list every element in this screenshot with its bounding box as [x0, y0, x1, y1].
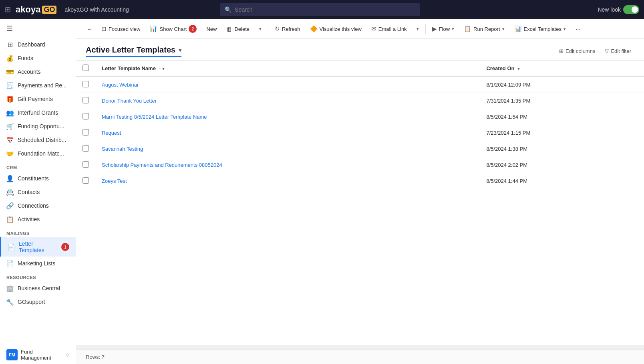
interfund-grants-icon: 👥 — [6, 109, 14, 116]
row-checkbox-0[interactable] — [83, 81, 89, 87]
new-look-switch[interactable] — [623, 5, 639, 14]
row-name-cell-0: August Webinar — [95, 77, 480, 93]
letter-templates-badge: 1 — [61, 243, 69, 251]
new-label: New — [206, 26, 217, 32]
resources-section-label: Resources — [0, 270, 76, 281]
show-chart-badge: 2 — [189, 25, 197, 33]
search-bar[interactable]: 🔍 — [220, 3, 420, 16]
row-checkbox-2[interactable] — [83, 113, 89, 119]
row-checkbox-4[interactable] — [83, 145, 89, 152]
table-row: August Webinar 8/1/2024 12:09 PM — [76, 77, 644, 93]
sidebar-item-payments[interactable]: 🧾 Payments and Re... — [0, 79, 76, 92]
sidebar-item-constituents[interactable]: 👤 Constituents — [0, 172, 76, 185]
new-button[interactable]: New — [202, 24, 221, 34]
sidebar-item-letter-templates[interactable]: 📄 Letter Templates 1 — [0, 237, 76, 257]
view-title: Active Letter Templates ▾ — [86, 45, 181, 57]
edit-columns-button[interactable]: ⊞ Edit columns — [556, 47, 598, 56]
select-all-checkbox[interactable] — [83, 65, 89, 71]
sidebar-item-scheduled-distrib[interactable]: 📅 Scheduled Distrib... — [0, 133, 76, 147]
sidebar-item-dashboard[interactable]: ⊞ Dashboard — [0, 38, 76, 51]
flow-icon: ▶ — [432, 25, 437, 32]
column-created-on-label: Created On — [486, 65, 514, 71]
grid-icon[interactable]: ⊞ — [5, 5, 11, 14]
email-link-chevron-icon: ▾ — [417, 26, 419, 32]
row-checkbox-6[interactable] — [83, 177, 89, 184]
row-name-link-4[interactable]: Savannah Testing — [102, 146, 143, 152]
sidebar-item-connections[interactable]: 🔗 Connections — [0, 199, 76, 212]
row-created-on-cell-1: 7/31/2024 1:35 PM — [480, 93, 644, 109]
refresh-button[interactable]: ↻ Refresh — [271, 23, 304, 35]
fund-management-label: Fund Management — [21, 349, 62, 361]
show-chart-label: Show Chart — [159, 26, 187, 32]
marketing-lists-icon: 📄 — [6, 260, 14, 267]
visualize-button[interactable]: 🔶 Visualize this view — [306, 23, 366, 35]
sidebar-item-label: Payments and Re... — [18, 82, 67, 89]
sidebar-item-marketing-lists[interactable]: 📄 Marketing Lists — [0, 257, 76, 270]
sidebar-item-gosupport[interactable]: 🔧 GOsupport — [0, 295, 76, 309]
email-link-button[interactable]: ✉ Email a Link — [367, 23, 411, 35]
focused-view-button[interactable]: ⊡ Focused view — [97, 23, 144, 35]
run-report-button[interactable]: 📋 Run Report ▾ — [460, 23, 508, 35]
refresh-icon: ↻ — [275, 25, 280, 32]
excel-templates-button[interactable]: 📊 Excel Templates ▾ — [510, 23, 570, 35]
row-name-link-3[interactable]: Request — [102, 130, 121, 136]
sidebar-item-label: Contacts — [18, 189, 40, 195]
sidebar-bottom-fund-management[interactable]: FM Fund Management ◇ — [0, 346, 76, 364]
fm-avatar: FM — [6, 349, 18, 360]
column-header-name[interactable]: Letter Template Name ↑ ▾ — [95, 61, 480, 77]
back-button[interactable]: ← — [83, 24, 96, 34]
row-name-link-5[interactable]: Scholarship Payments and Requirements 08… — [102, 162, 222, 168]
sidebar-item-activities[interactable]: 📋 Activities — [0, 212, 76, 226]
flow-button[interactable]: ▶ Flow ▾ — [428, 23, 458, 35]
more-button[interactable]: ⋯ — [572, 24, 585, 34]
top-nav: ⊞ akoyaGO akoyaGO with Accounting 🔍 New … — [0, 0, 644, 19]
row-created-on-cell-6: 8/5/2024 1:44 PM — [480, 173, 644, 189]
sidebar-item-gift-payments[interactable]: 🎁 Gift Payments — [0, 92, 76, 106]
horizontal-scrollbar[interactable] — [76, 345, 644, 350]
row-checkbox-1[interactable] — [83, 97, 89, 103]
row-name-link-1[interactable]: Donor Thank You Letter — [102, 98, 157, 104]
sidebar-item-funding-opportu[interactable]: 🛒 Funding Opportu... — [0, 119, 76, 133]
crm-section-label: CRM — [0, 160, 76, 172]
row-checkbox-cell — [76, 141, 95, 157]
row-checkbox-3[interactable] — [83, 129, 89, 135]
sidebar-item-interfund-grants[interactable]: 👥 Interfund Grants — [0, 106, 76, 119]
sidebar-item-accounts[interactable]: 💳 Accounts — [0, 65, 76, 79]
view-title-text: Active Letter Templates — [86, 45, 175, 55]
visualize-icon: 🔶 — [310, 25, 318, 32]
table-row: Zoeys Test 8/5/2024 1:44 PM — [76, 173, 644, 189]
scheduled-distrib-icon: 📅 — [6, 136, 14, 144]
delete-chevron-button[interactable]: ▾ — [255, 24, 266, 34]
new-look-toggle[interactable]: New look — [598, 5, 639, 14]
sidebar-item-business-central[interactable]: 🏢 Business Central — [0, 281, 76, 295]
sidebar-item-label: Scheduled Distrib... — [18, 137, 66, 143]
more-icon: ⋯ — [576, 26, 581, 32]
edit-filter-button[interactable]: ▽ Edit filter — [602, 47, 634, 56]
row-name-link-0[interactable]: August Webinar — [102, 82, 139, 88]
sidebar-item-foundation-matc[interactable]: 🤝 Foundation Matc... — [0, 147, 76, 160]
search-input[interactable] — [235, 6, 415, 13]
row-name-link-2[interactable]: Marni Testing 8/5/2024 Letter Template N… — [102, 114, 207, 120]
show-chart-button[interactable]: 📊 Show Chart 2 — [146, 22, 201, 35]
delete-icon: 🗑 — [226, 26, 232, 32]
view-title-chevron-icon[interactable]: ▾ — [179, 47, 181, 53]
constituents-icon: 👤 — [6, 175, 14, 182]
row-checkbox-cell — [76, 93, 95, 109]
letter-templates-table: Letter Template Name ↑ ▾ Created On ▾ — [76, 61, 644, 189]
sidebar-item-funds[interactable]: 💰 Funds — [0, 51, 76, 65]
rows-count: Rows: 7 — [86, 354, 105, 360]
delete-button[interactable]: 🗑 Delete — [222, 23, 254, 35]
mailings-section-label: Mailings — [0, 226, 76, 237]
gift-payments-icon: 🎁 — [6, 95, 14, 103]
row-checkbox-5[interactable] — [83, 161, 89, 168]
row-name-link-6[interactable]: Zoeys Test — [102, 178, 127, 184]
toolbar-divider-1 — [268, 24, 268, 34]
top-nav-right: New look — [598, 5, 639, 14]
email-link-chevron-button[interactable]: ▾ — [413, 24, 423, 34]
sidebar-hamburger[interactable]: ☰ — [0, 19, 76, 38]
sidebar-item-contacts[interactable]: 📇 Contacts — [0, 185, 76, 199]
layout: ☰ ⊞ Dashboard 💰 Funds 💳 Accounts 🧾 Payme… — [0, 19, 644, 364]
column-header-created-on[interactable]: Created On ▾ — [480, 61, 644, 77]
flow-label: Flow — [439, 26, 450, 32]
letter-templates-icon: 📄 — [8, 243, 15, 251]
